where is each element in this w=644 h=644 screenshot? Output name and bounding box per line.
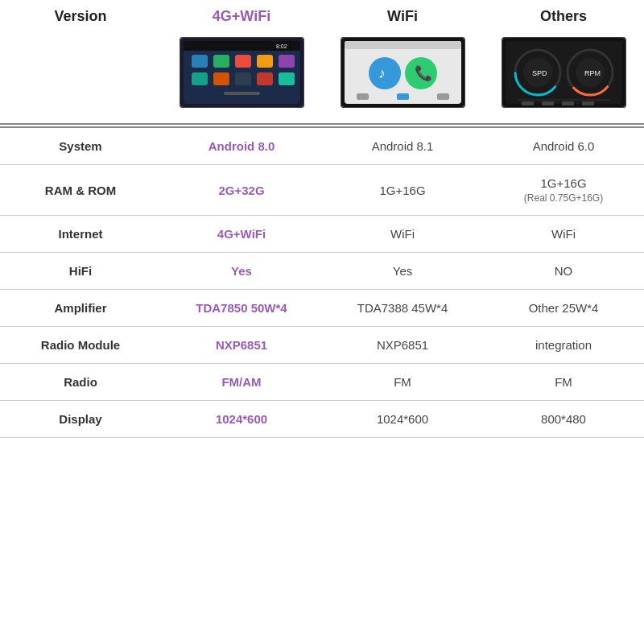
svg-text:📞: 📞: [415, 64, 433, 82]
comparison-table: Version 4G+WiFi WiFi Others 8:02: [0, 0, 644, 438]
col3-value-1: 1G+16G(Real 0.75G+16G): [483, 165, 644, 216]
svg-rect-38: [562, 101, 574, 105]
row-label-5: Radio Module: [0, 327, 161, 364]
col1-value-1: 2G+32G: [161, 165, 322, 216]
col3-value-7: 800*480: [483, 401, 644, 438]
svg-text:RPM: RPM: [584, 69, 601, 77]
svg-rect-7: [257, 55, 273, 68]
4g-img-cell: 8:02: [161, 29, 322, 124]
svg-rect-37: [542, 101, 554, 105]
col2-value-0: Android 8.1: [322, 127, 483, 165]
image-row: 8:02: [0, 29, 644, 124]
svg-rect-26: [506, 41, 622, 104]
col2-value-5: NXP6851: [322, 327, 483, 364]
svg-rect-5: [213, 55, 229, 68]
svg-rect-14: [224, 92, 260, 95]
wifi-img-cell: ♪ 📞: [322, 29, 483, 124]
svg-rect-17: [345, 41, 461, 49]
row-label-1: RAM & ROM: [0, 165, 161, 216]
col3-value-4: Other 25W*4: [483, 290, 644, 327]
col1-value-4: TDA7850 50W*4: [161, 290, 322, 327]
svg-text:♪: ♪: [378, 65, 386, 81]
svg-rect-6: [235, 55, 251, 68]
svg-rect-12: [257, 72, 273, 85]
others-header: Others: [483, 0, 644, 29]
svg-rect-10: [213, 72, 229, 85]
row-label-6: Radio: [0, 364, 161, 401]
col3-value-0: Android 6.0: [483, 127, 644, 165]
table-row: Internet4G+WiFiWiFiWiFi: [0, 216, 644, 253]
col2-value-4: TDA7388 45W*4: [322, 290, 483, 327]
svg-rect-13: [279, 72, 295, 85]
data-body: SystemAndroid 8.0Android 8.1Android 6.0R…: [0, 127, 644, 438]
others-img-cell: SPD RPM: [483, 29, 644, 124]
wifi-header: WiFi: [322, 0, 483, 29]
table-row: AmplifierTDA7850 50W*4TDA7388 45W*4Other…: [0, 290, 644, 327]
col3-value-6: FM: [483, 364, 644, 401]
col1-value-7: 1024*600: [161, 401, 322, 438]
table-row: Radio ModuleNXP6851NXP6851integration: [0, 327, 644, 364]
col2-value-2: WiFi: [322, 216, 483, 253]
row-label-0: System: [0, 127, 161, 165]
col3-value-2: WiFi: [483, 216, 644, 253]
row-label-7: Display: [0, 401, 161, 438]
svg-rect-23: [397, 93, 409, 100]
col1-value-0: Android 8.0: [161, 127, 322, 165]
others-device-image: SPD RPM: [502, 37, 626, 108]
col1-value-5: NXP6851: [161, 327, 322, 364]
row-label-4: Amplifier: [0, 290, 161, 327]
table-row: Display1024*6001024*600800*480: [0, 401, 644, 438]
row-label-3: HiFi: [0, 253, 161, 290]
col2-value-6: FM: [322, 364, 483, 401]
table-row: RAM & ROM2G+32G1G+16G1G+16G(Real 0.75G+1…: [0, 165, 644, 216]
header-row: Version 4G+WiFi WiFi Others: [0, 0, 644, 29]
svg-rect-8: [279, 55, 295, 68]
svg-rect-36: [522, 101, 534, 105]
col1-value-3: Yes: [161, 253, 322, 290]
svg-text:SPD: SPD: [532, 69, 547, 77]
svg-rect-4: [192, 55, 208, 68]
4g-wifi-header: 4G+WiFi: [161, 0, 322, 29]
col1-value-6: FM/AM: [161, 364, 322, 401]
wifi-device-image: ♪ 📞: [341, 37, 465, 108]
table-row: SystemAndroid 8.0Android 8.1Android 6.0: [0, 127, 644, 165]
col3-value-5: integration: [483, 327, 644, 364]
version-img-cell: [0, 29, 161, 124]
table-row: RadioFM/AMFMFM: [0, 364, 644, 401]
svg-text:8:02: 8:02: [276, 43, 287, 49]
svg-rect-9: [192, 72, 208, 85]
col1-value-2: 4G+WiFi: [161, 216, 322, 253]
svg-rect-24: [437, 93, 449, 100]
table-row: HiFiYesYesNO: [0, 253, 644, 290]
svg-rect-22: [357, 93, 369, 100]
svg-rect-11: [235, 72, 251, 85]
col3-value-3: NO: [483, 253, 644, 290]
row-label-2: Internet: [0, 216, 161, 253]
version-header: Version: [0, 0, 161, 29]
svg-rect-39: [582, 101, 594, 105]
col2-value-1: 1G+16G: [322, 165, 483, 216]
col2-value-3: Yes: [322, 253, 483, 290]
4g-device-image: 8:02: [180, 37, 304, 108]
col2-value-7: 1024*600: [322, 401, 483, 438]
